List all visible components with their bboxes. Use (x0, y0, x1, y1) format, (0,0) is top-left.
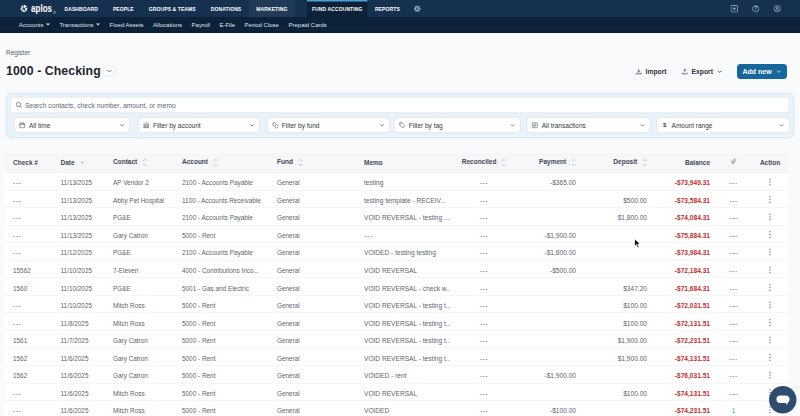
svg-text:$: $ (663, 122, 667, 128)
svg-text:aplos: aplos (31, 2, 52, 14)
svg-text:?: ? (754, 6, 757, 11)
